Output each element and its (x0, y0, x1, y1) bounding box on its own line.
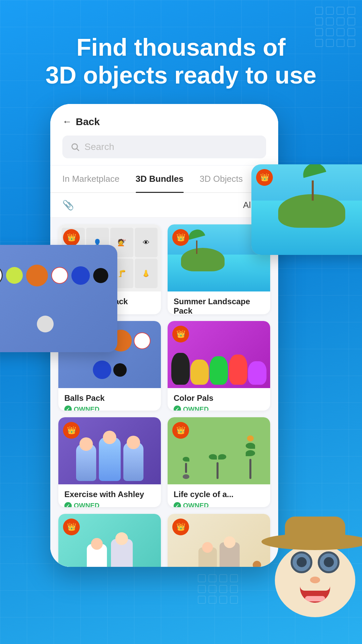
crown-badge: 👑 (172, 326, 189, 342)
soccer-ball (0, 265, 3, 285)
owned-label: OWNED (183, 406, 209, 411)
lifecycle-image: 👑 (168, 417, 270, 484)
balls-info: Balls Pack ✓ OWNED (58, 388, 161, 411)
baseball (51, 267, 68, 284)
crown-badge: 👑 (63, 422, 80, 439)
phone-mockup: ← Back Search In Marketplace 3D Bundles … (44, 104, 285, 600)
crown-badge: 👑 (172, 422, 189, 439)
list-item[interactable]: 👑 People Pack (58, 514, 161, 567)
balls-title: Balls Pack (64, 393, 155, 403)
owned-badge: ✓ OWNED (64, 406, 100, 411)
owned-badge: ✓ OWNED (174, 406, 209, 411)
color-pals-image: 👑 (168, 321, 270, 388)
tennis-ball (6, 267, 23, 284)
back-label: Back (76, 116, 100, 127)
search-placeholder: Search (84, 142, 114, 152)
search-icon (70, 142, 80, 152)
lifecycle-title: Life cycle of a... (174, 490, 264, 499)
owned-check-icon: ✓ (64, 502, 72, 507)
list-item[interactable]: 👑 (168, 417, 270, 507)
crown-badge: 👑 (63, 519, 80, 535)
tab-3d-objects[interactable]: 3D Objects (200, 166, 243, 192)
owned-check-icon: ✓ (174, 502, 181, 507)
lifecycle-info: Life cycle of a... ✓ OWNED (168, 484, 270, 507)
tab-marketplace[interactable]: In Marketplace (62, 166, 120, 192)
svg-line-1 (77, 149, 79, 151)
summer-hero-card[interactable]: 👑 (251, 164, 362, 255)
hero-section: Find thousands of 3D objects ready to us… (0, 34, 362, 89)
hero-line1: Find thousands of (0, 34, 362, 61)
color-pals-info: Color Pals ✓ OWNED (168, 388, 270, 411)
exercise-info: Exercise with Ashley ✓ OWNED (58, 484, 161, 507)
owned-label: OWNED (74, 502, 100, 507)
group-image: 👑 (168, 514, 270, 567)
color-pals-title: Color Pals (174, 393, 264, 403)
mascot-character (268, 527, 362, 627)
balls-hero-card[interactable]: 👑 (0, 245, 117, 352)
summer-title: Summer Landscape Pack (174, 297, 264, 314)
list-item[interactable]: 👑 Color Pals ✓ OWNED (168, 321, 270, 411)
extra-ball (37, 316, 54, 332)
filter-icon[interactable]: 📎 (62, 200, 74, 211)
exercise-title: Exercise with Ashley (64, 490, 155, 499)
crown-badge: 👑 (63, 229, 80, 246)
owned-badge: ✓ OWNED (64, 502, 100, 507)
exercise-image: 👑 (58, 417, 161, 484)
volleyball (71, 266, 90, 285)
tab-3d-bundles[interactable]: 3D Bundles (136, 166, 184, 192)
bowling-ball (93, 268, 108, 283)
crown-badge-summer: 👑 (256, 169, 273, 186)
owned-label: OWNED (183, 502, 209, 507)
owned-check-icon: ✓ (174, 406, 181, 411)
top-bar: ← Back Search (50, 104, 278, 165)
back-arrow-icon: ← (62, 116, 72, 127)
tab-bar: In Marketplace 3D Bundles 3D Objects (50, 166, 278, 193)
basketball (26, 265, 48, 286)
owned-check-icon: ✓ (64, 406, 72, 411)
hero-line2: 3D objects ready to use (0, 61, 362, 89)
summer-info: Summer Landscape Pack ✓ OWNED (168, 291, 270, 314)
owned-label: OWNED (74, 406, 100, 411)
crown-badge: 👑 (172, 229, 189, 246)
owned-badge: ✓ OWNED (174, 502, 209, 507)
list-item[interactable]: 👑 Group Pack (168, 514, 270, 567)
crown-badge: 👑 (172, 519, 189, 535)
filter-row: 📎 All ⊞ (50, 193, 278, 218)
people-image: 👑 (58, 514, 161, 567)
list-item[interactable]: 👑 Exercise with Ashley (58, 417, 161, 507)
svg-point-0 (72, 144, 77, 149)
back-button[interactable]: ← Back (62, 116, 266, 127)
search-bar[interactable]: Search (62, 136, 266, 158)
